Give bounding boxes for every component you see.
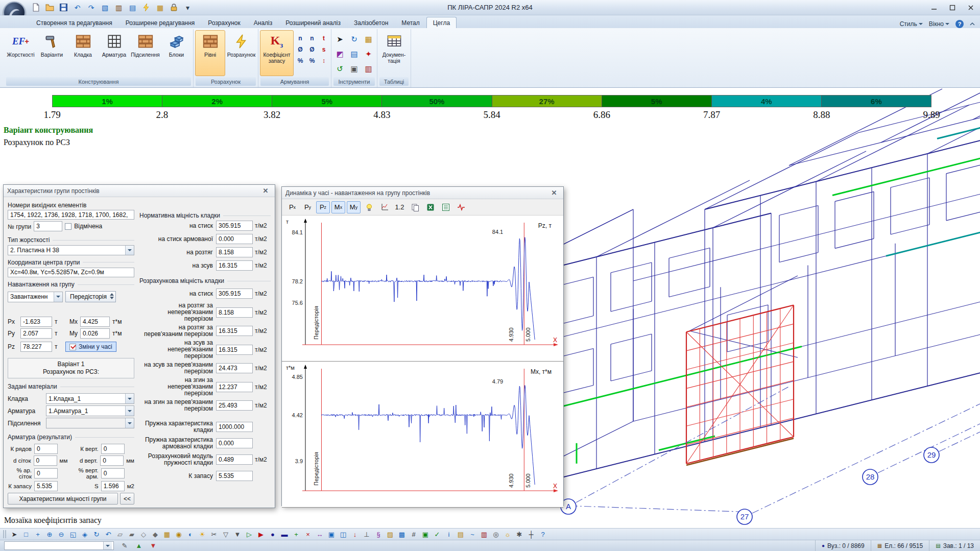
strength-input[interactable]: 8.158 [216, 307, 253, 318]
command-input[interactable] [4, 541, 114, 550]
collapse-button[interactable]: << [120, 493, 134, 505]
scale-segment-0[interactable]: 1% [53, 95, 162, 107]
redo-icon[interactable]: ↷ [85, 2, 98, 14]
tables-icon[interactable]: ▤ [455, 529, 466, 539]
maximize-button[interactable] [943, 2, 962, 14]
ribbon-tab-1[interactable]: Розширене редагування [119, 17, 202, 28]
zoom-in-icon[interactable]: ⊕ [44, 529, 55, 539]
strength-input[interactable]: 1000.000 [216, 422, 253, 432]
update-icon[interactable]: ↺ [333, 62, 347, 76]
fragment-icon[interactable]: ▤ [347, 47, 361, 61]
select-icon[interactable]: ➤ [9, 529, 20, 539]
calculate-button[interactable]: Розрахунок [226, 30, 256, 76]
scale-segment-1[interactable]: 2% [162, 95, 272, 107]
previous-view-icon[interactable]: ↶ [103, 529, 114, 539]
stack-icon[interactable]: ▦ [154, 2, 166, 14]
close-icon[interactable]: ✕ [548, 188, 560, 198]
save-icon[interactable] [57, 2, 70, 14]
camera-icon[interactable]: ◎ [490, 529, 501, 539]
safety-factor-button[interactable]: Kз Коефіцієнт запасу [260, 30, 294, 76]
zoom-out-icon[interactable]: ⊖ [56, 529, 67, 539]
light-icon[interactable]: ☼ [502, 529, 513, 539]
copy-icon-button[interactable] [408, 201, 422, 213]
excel-icon-button[interactable] [423, 201, 437, 213]
pz-input[interactable]: 78.227 [20, 342, 52, 352]
flag-green-icon[interactable]: ▷ [244, 529, 255, 539]
mirror-icon[interactable]: ◫ [338, 529, 349, 539]
info-icon[interactable]: i [443, 529, 455, 539]
pz-button[interactable]: Pz [316, 201, 330, 213]
scale-button[interactable]: 1.2 [393, 201, 407, 213]
toolbar-grip[interactable] [3, 530, 6, 538]
rebar-input[interactable]: 1.596 [101, 481, 125, 491]
sync-icon[interactable]: ↻ [347, 32, 361, 46]
delete-icon[interactable]: × [302, 529, 314, 539]
scale-segment-6[interactable]: 4% [712, 95, 822, 107]
check-model-icon[interactable]: ✓ [432, 529, 443, 539]
rebar-input[interactable]: 0 [100, 456, 124, 466]
force-input[interactable]: 2.057 [20, 328, 52, 339]
help-icon[interactable]: ? [537, 529, 548, 539]
open-icon[interactable] [43, 2, 56, 14]
filter-icon[interactable]: ▽ [220, 529, 231, 539]
style-menu[interactable]: Стиль [900, 20, 923, 28]
mx-button[interactable]: Mx [331, 201, 345, 213]
csv-icon-button[interactable] [439, 201, 452, 213]
mx-time-history-chart[interactable]: XПередісторія4.9305.0004.854.423.9т*мMx,… [282, 362, 563, 507]
ribbon-tab-4[interactable]: Розширений аналіз [279, 17, 347, 28]
wizard-icon[interactable] [140, 2, 153, 14]
strength-input[interactable]: 16.315 [216, 345, 253, 355]
nodes-icon[interactable]: ● [267, 529, 278, 539]
projection-xz-icon[interactable]: ▰ [126, 529, 137, 539]
ribbon-tab-5[interactable]: Залізобетон [347, 17, 395, 28]
scale-segment-5[interactable]: 5% [602, 95, 712, 107]
lock-icon[interactable] [168, 2, 180, 14]
graphs-icon[interactable]: ~ [467, 529, 478, 539]
signal-icon-button[interactable] [454, 201, 468, 213]
mesh-icon[interactable]: ▩ [396, 529, 408, 539]
copy-icon[interactable]: ▣ [326, 529, 337, 539]
report-icon[interactable]: ▥ [479, 529, 490, 539]
polyfilter-icon[interactable]: ▼ [232, 529, 243, 539]
quickbar-more-icon[interactable]: ▾ [181, 2, 194, 14]
edit-icon[interactable]: ✎ [119, 541, 130, 551]
window-menu[interactable]: Вікно [929, 20, 949, 28]
invert-icon[interactable]: ◐ [185, 529, 196, 539]
strength-characteristics-button[interactable]: Характеристики міцності групи [8, 493, 118, 505]
step-t-icon[interactable]: t [318, 33, 329, 43]
collapse-ribbon-button[interactable] [970, 22, 975, 26]
new-document-icon[interactable] [30, 2, 42, 14]
group-no-input[interactable]: 3 [34, 221, 62, 231]
vert-diameter-icon[interactable]: Ø [306, 44, 318, 55]
pack-icon[interactable]: ▤ [126, 2, 139, 14]
vert-percent-icon[interactable]: % [306, 55, 318, 66]
levels-button[interactable]: Рівні [195, 30, 225, 76]
settings-icon[interactable]: ✱ [514, 529, 525, 539]
history-spinner[interactable]: Передісторія [65, 291, 116, 302]
zoom-window-icon[interactable]: ◱ [67, 529, 79, 539]
strength-input[interactable]: 305.915 [216, 221, 253, 231]
pack-model-icon[interactable]: ▣ [420, 529, 431, 539]
ribbon-tab-3[interactable]: Аналіз [247, 17, 279, 28]
projection-xy-icon[interactable]: ▱ [114, 529, 126, 539]
time-variation-toggle[interactable]: Зміни у часі [65, 342, 116, 352]
vert-count-icon[interactable]: n [306, 33, 318, 43]
masonry-button[interactable]: Кладка [68, 30, 98, 76]
perspective-icon[interactable]: ◆ [150, 529, 161, 539]
ribbon-tab-7[interactable]: Цегла [426, 17, 457, 28]
table-icon[interactable]: ▦ [362, 32, 375, 46]
mesh-diameter-icon[interactable]: Ø [295, 44, 306, 55]
add-node-icon[interactable]: + [291, 529, 302, 539]
fragment-cut-icon[interactable]: ✂ [208, 529, 220, 539]
fit-screen-icon[interactable]: ◈ [79, 529, 90, 539]
loadcase-select[interactable]: Завантаженн [8, 292, 63, 302]
frame-select-icon[interactable]: □ [20, 529, 32, 539]
book-icon[interactable]: ▥ [362, 62, 375, 76]
px-button[interactable]: Px [285, 201, 299, 213]
rebar-input[interactable]: 0 [101, 468, 125, 478]
moment-input[interactable]: 0.026 [80, 328, 110, 339]
strength-input[interactable]: 24.473 [216, 363, 253, 373]
pan-icon[interactable]: + [32, 529, 43, 539]
strength-input[interactable]: 16.315 [216, 326, 253, 336]
strength-input[interactable]: 8.158 [216, 247, 253, 257]
